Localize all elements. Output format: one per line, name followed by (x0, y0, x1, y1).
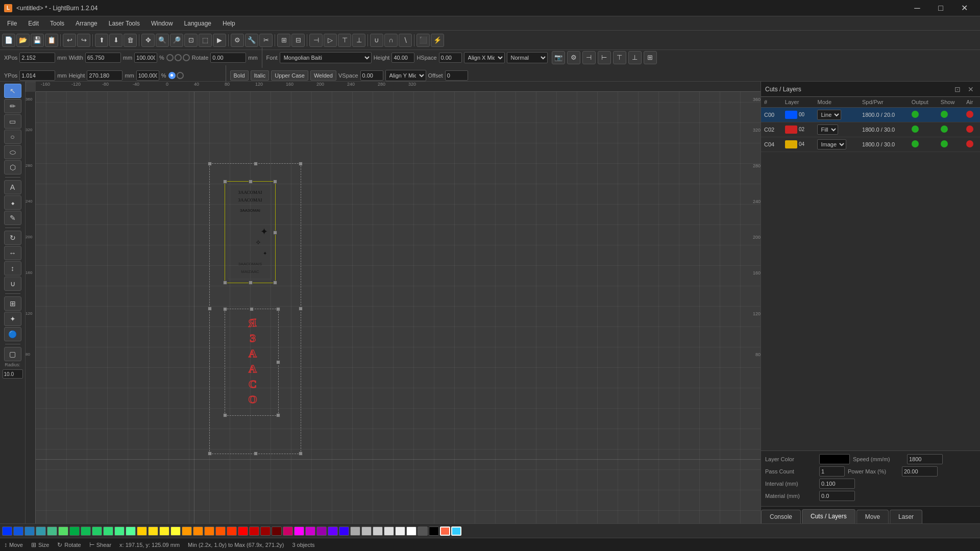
open-button[interactable]: 📂 (16, 34, 30, 47)
color-chip-9[interactable] (103, 527, 113, 536)
color-chip-23[interactable] (260, 527, 271, 536)
menu-edit[interactable]: Edit (23, 18, 44, 29)
color-chip-12[interactable] (137, 527, 147, 536)
color-chip-38[interactable] (429, 527, 439, 536)
maximize-button[interactable]: □ (929, 0, 952, 16)
tab-console[interactable]: Console (761, 510, 801, 523)
menu-window[interactable]: Window (146, 18, 178, 29)
canvas-area[interactable]: -160 -120 -80 -40 0 40 80 120 160 200 24… (26, 82, 761, 523)
alignx-select[interactable]: Align X Middle (464, 52, 505, 63)
handle-tr[interactable] (299, 162, 303, 166)
import-button[interactable]: ⬆ (95, 34, 108, 47)
color-chip-26[interactable] (294, 527, 304, 536)
text-tool-btn[interactable]: A (4, 180, 21, 194)
text2-handle-tr[interactable] (276, 307, 280, 311)
bold-btn[interactable]: Bold (230, 70, 249, 81)
color-chip-t2[interactable] (451, 527, 461, 536)
status-shear[interactable]: ⊢ Shear (89, 541, 111, 548)
layer-row-c00[interactable]: C00 00 Line 1800.0 / 20.0 (761, 108, 980, 122)
camera-btn[interactable]: 📷 (552, 51, 565, 64)
tab-cuts-layers[interactable]: Cuts / Layers (802, 509, 855, 523)
radio4[interactable] (168, 72, 176, 79)
color-chip-11[interactable] (126, 527, 136, 536)
grid-btn[interactable]: ⊞ (4, 296, 21, 311)
align-l-btn[interactable]: ⊣ (582, 51, 596, 64)
xpos-input[interactable] (19, 53, 55, 63)
height2-input[interactable] (391, 53, 414, 63)
layer-air-c00[interactable] (963, 108, 980, 122)
layer-output-c02[interactable] (909, 122, 938, 137)
layer-color-c00[interactable]: 00 (782, 108, 815, 122)
color-chip-5[interactable] (58, 527, 68, 536)
text2-handle-bl[interactable] (223, 413, 227, 417)
color-chip-35[interactable] (395, 527, 405, 536)
color-chip-19[interactable] (215, 527, 226, 536)
radio5[interactable] (177, 72, 184, 79)
star-btn[interactable]: ✦ (4, 312, 21, 326)
text1-handle-bl[interactable] (223, 281, 227, 285)
color-chip-7[interactable] (81, 527, 91, 536)
color-chip-20[interactable] (227, 527, 237, 536)
bool-btn3[interactable]: ∖ (399, 34, 412, 47)
text1-handle-bc[interactable] (249, 281, 253, 285)
mode-select-c04[interactable]: Image (817, 139, 846, 149)
height-pct[interactable] (136, 70, 159, 81)
color-chip-30[interactable] (339, 527, 349, 536)
text2-handle-tl[interactable] (223, 307, 227, 311)
speed-value-input[interactable] (907, 454, 943, 464)
laser-btn[interactable]: ⚡ (431, 34, 444, 47)
aligny-select[interactable]: Align Y Middle (385, 70, 426, 81)
save-as-button[interactable]: 📋 (45, 34, 58, 47)
color-chip-14[interactable] (159, 527, 169, 536)
color-chip-31[interactable] (350, 527, 360, 536)
pass-count-input[interactable] (819, 466, 845, 477)
mode-select-c02[interactable]: Fill (817, 124, 838, 135)
color-chip-8[interactable] (92, 527, 102, 536)
layer-mode-c04[interactable]: Image (814, 137, 859, 152)
select-rect-btn[interactable]: ⬚ (199, 34, 212, 47)
handle-mr[interactable] (299, 307, 303, 311)
color-chip-22[interactable] (249, 527, 259, 536)
material-input[interactable] (819, 491, 855, 501)
ellipse-tool-btn[interactable]: ⬭ (4, 145, 21, 159)
radio3[interactable] (183, 54, 190, 61)
welded-btn[interactable]: Welded (310, 70, 336, 81)
spiral-btn[interactable]: 🔵 (4, 327, 21, 341)
layer-mode-c00[interactable]: Line (814, 108, 859, 122)
align-b-btn[interactable]: ⊥ (628, 51, 642, 64)
rotate-input[interactable] (210, 53, 246, 63)
save-button[interactable]: 💾 (31, 34, 44, 47)
status-size[interactable]: ⊞ Size (31, 541, 49, 548)
node-tool-btn[interactable]: ⬥ (4, 195, 21, 210)
bool-btn2[interactable]: ∩ (384, 34, 398, 47)
layer-row-c04[interactable]: C04 04 Image 1800.0 / 30.0 (761, 137, 980, 152)
menu-language[interactable]: Language (179, 18, 216, 29)
zoom-fit-btn[interactable]: ⊡ (184, 34, 198, 47)
artwork-text-2[interactable]: Я З А А С О (227, 311, 276, 417)
color-chip-17[interactable] (193, 527, 203, 536)
circle-tool-btn[interactable]: ○ (4, 130, 21, 144)
color-chip-t1[interactable] (440, 527, 450, 536)
move-tool-btn[interactable]: ✥ (141, 34, 155, 47)
layer-row-c02[interactable]: C02 02 Fill 1800.0 / 30.0 (761, 122, 980, 137)
align-btn4[interactable]: ⊥ (352, 34, 365, 47)
color-chip-4[interactable] (47, 527, 57, 536)
layer-show-c02[interactable] (938, 122, 963, 137)
rotate-tool-btn[interactable]: ↻ (4, 231, 21, 245)
status-rotate[interactable]: ↻ Rotate (57, 541, 81, 548)
redo-button[interactable]: ↪ (77, 34, 90, 47)
zoom-out-btn[interactable]: 🔎 (170, 34, 183, 47)
delete-button[interactable]: 🗑 (124, 34, 137, 47)
italic-btn[interactable]: Italic (251, 70, 270, 81)
text2-handle-br[interactable] (276, 413, 280, 417)
color-chip-36[interactable] (406, 527, 416, 536)
color-chip-16[interactable] (182, 527, 192, 536)
text1-handle-mr[interactable] (273, 231, 277, 235)
font-select[interactable]: Mongolian Baiti (280, 52, 372, 63)
radius-input[interactable] (3, 369, 23, 379)
menu-laser-tools[interactable]: Laser Tools (104, 18, 145, 29)
export-button[interactable]: ⬇ (109, 34, 122, 47)
panel-float-btn[interactable]: ⊡ (952, 84, 963, 94)
color-chip-18[interactable] (204, 527, 214, 536)
vspace-input[interactable] (360, 70, 383, 81)
